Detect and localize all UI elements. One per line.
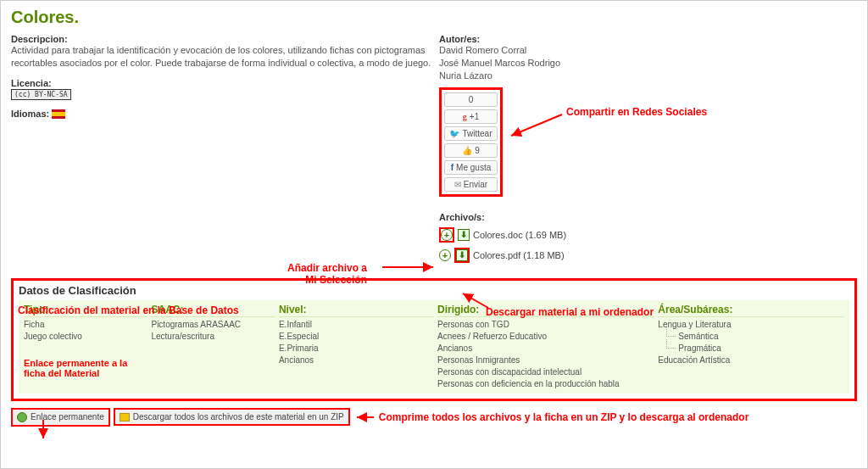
nivel-header: Nivel:: [279, 304, 434, 317]
classification-header: Datos de Clasificación: [19, 284, 849, 297]
file-row: + ⬇ Colores.pdf (1.18 MB): [439, 248, 846, 263]
thumbs-up-icon: 👍: [462, 146, 472, 155]
dirigido-item: Personas con discapacidad intelectual: [437, 366, 654, 378]
area-item: Educación Artística: [658, 355, 844, 366]
flag-es-icon: [52, 109, 65, 119]
globe-icon: [17, 412, 27, 422]
page-title: Colores.: [11, 8, 857, 27]
description-text: Actividad para trabajar la identificació…: [11, 44, 439, 70]
like-count: 👍9: [444, 143, 498, 158]
saac-item: Pictogramas ARASAAC: [151, 319, 275, 331]
authors-label: Autor/es:: [439, 34, 846, 44]
facebook-icon: f: [451, 163, 453, 172]
subarea-item: Semántica: [658, 331, 844, 343]
nivel-item: Ancianos: [279, 355, 434, 366]
cc-license-badge[interactable]: (cc) BY-NC-SA: [11, 89, 71, 100]
dirigido-item: Personas Inmigrantes: [437, 355, 654, 366]
download-icon[interactable]: ⬇: [456, 249, 468, 261]
annotation-download: Descargar material a mi ordenador: [486, 306, 654, 318]
description-label: Descripcion:: [11, 34, 439, 44]
send-button[interactable]: ✉Enviar: [444, 177, 498, 192]
fb-like-button[interactable]: fMe gusta: [444, 160, 498, 175]
license-label: Licencia:: [11, 78, 52, 88]
author-item: Nuria Lázaro: [439, 70, 846, 82]
file-row: + ⬇ Colores.doc (1.69 MB): [439, 227, 846, 243]
annotation-db-class: Clasificación del material en la Base de…: [18, 304, 239, 316]
saac-item: Lectura/escritura: [151, 331, 275, 343]
files-label: Archivo/s:: [439, 212, 846, 222]
tipo-item: Ficha: [24, 319, 147, 331]
nivel-item: E.Infantil: [279, 319, 434, 331]
twitter-icon: 🐦: [449, 129, 459, 138]
gplus-button[interactable]: g+1: [444, 109, 498, 124]
social-share-box: 0 g+1 🐦Twittear 👍9 fMe gusta ✉Enviar: [439, 87, 503, 197]
add-selection-icon[interactable]: +: [439, 249, 451, 261]
classification-box: Datos de Clasificación Tipo: Ficha Juego…: [11, 278, 857, 401]
annotation-add-selection: Añadir archivo aMi Selección: [287, 262, 367, 286]
permalink-button[interactable]: Enlace permanente: [11, 408, 110, 427]
download-zip-button[interactable]: Descargar todos los archivos de este mat…: [114, 408, 350, 426]
authors-list: David Romero Corral José Manuel Marcos R…: [439, 44, 846, 82]
folder-zip-icon: [120, 413, 130, 422]
add-selection-icon[interactable]: +: [441, 229, 453, 241]
twitter-button[interactable]: 🐦Twittear: [444, 126, 498, 141]
file-name[interactable]: Colores.doc (1.69 MB): [473, 230, 566, 240]
area-header: Área/Subáreas:: [658, 304, 844, 317]
envelope-icon: ✉: [454, 180, 461, 189]
gplus-icon: g: [463, 112, 467, 121]
dirigido-item: Personas con deficiencia en la producció…: [437, 378, 654, 390]
annotation-permalink: Enlace permanente a la ficha del Materia…: [24, 358, 147, 378]
author-item: José Manuel Marcos Rodrigo: [439, 57, 846, 70]
annotation-share: Compartir en Redes Sociales: [566, 106, 707, 118]
share-count: 0: [444, 92, 498, 107]
dirigido-item: Acnees / Refuerzo Educativo: [437, 331, 654, 343]
dirigido-item: Personas con TGD: [437, 319, 654, 331]
languages-label: Idiomas:: [11, 109, 49, 119]
area-item: Lengua y Literatura: [658, 319, 844, 331]
dirigido-item: Ancianos: [437, 343, 654, 355]
download-icon[interactable]: ⬇: [458, 229, 470, 241]
nivel-item: E.Especial: [279, 331, 434, 343]
subarea-item: Pragmática: [658, 343, 844, 355]
annotation-zip: Comprime todos los archivos y la ficha e…: [379, 411, 749, 423]
file-name[interactable]: Colores.pdf (1.18 MB): [473, 250, 565, 260]
tipo-item: Juego colectivo: [24, 331, 147, 343]
svg-line-0: [511, 114, 562, 136]
nivel-item: E.Primaria: [279, 343, 434, 355]
author-item: David Romero Corral: [439, 44, 846, 57]
